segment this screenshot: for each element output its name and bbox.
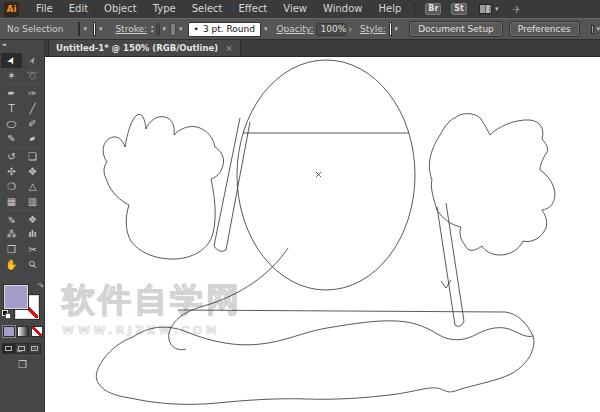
stroke-weight-label[interactable]: Stroke: bbox=[115, 24, 147, 34]
symbol-sprayer-tool[interactable]: ⁂ bbox=[1, 227, 22, 242]
perspective-grid-tool[interactable]: △ bbox=[22, 179, 43, 194]
bridge-button[interactable]: Br bbox=[425, 3, 441, 15]
style-button[interactable]: St bbox=[451, 3, 467, 15]
none-button[interactable] bbox=[31, 326, 43, 337]
tool-divider bbox=[3, 84, 41, 85]
artboard-canvas[interactable]: 软件自学网 WWW.RJZXW.COM bbox=[45, 57, 600, 412]
eraser-tool[interactable]: ▰ bbox=[22, 131, 43, 146]
document-tab-title: Untitled-1* @ 150% (RGB/Outline) bbox=[56, 43, 218, 53]
mesh-tool[interactable]: ▦ bbox=[1, 194, 22, 209]
left-paw-outline bbox=[103, 114, 223, 259]
menu-edit[interactable]: Edit bbox=[61, 0, 96, 18]
right-star-outline bbox=[429, 114, 555, 255]
ellipse-tool[interactable]: ○ bbox=[1, 116, 22, 131]
selection-tool[interactable]: ➤ bbox=[1, 53, 22, 68]
draw-behind-mode[interactable] bbox=[15, 343, 28, 354]
opacity-field[interactable]: 100% bbox=[316, 23, 346, 36]
width-tool[interactable]: ✣ bbox=[1, 164, 22, 179]
panels-icon[interactable] bbox=[591, 25, 594, 34]
graphic-style-swatch[interactable] bbox=[389, 22, 392, 36]
draw-normal-mode[interactable] bbox=[2, 343, 15, 354]
gradient-button[interactable] bbox=[17, 326, 29, 337]
chevron-down-icon: ▾ bbox=[495, 5, 499, 13]
stroke-weight-stepper[interactable]: ▴ ▾ bbox=[151, 24, 154, 34]
chevron-down-icon[interactable]: ▾ bbox=[395, 25, 399, 33]
blob-brush-tool[interactable]: ✑ bbox=[22, 86, 43, 101]
color-mode-buttons bbox=[3, 326, 43, 337]
color-button[interactable] bbox=[3, 326, 15, 337]
shape-builder-icon: ❍ bbox=[7, 181, 16, 192]
document-setup-button[interactable]: Document Setup bbox=[409, 21, 503, 37]
collapse-panel-icon[interactable]: ◂◂ bbox=[2, 41, 5, 47]
free-transform-icon: ✥ bbox=[28, 166, 36, 177]
chevron-down-icon[interactable]: ▾ bbox=[99, 25, 103, 33]
slice-tool[interactable]: ✂ bbox=[22, 242, 43, 257]
pen-tool[interactable]: ✒ bbox=[1, 86, 22, 101]
chevron-down-icon[interactable]: ▾ bbox=[179, 25, 183, 33]
menu-view[interactable]: View bbox=[275, 0, 315, 18]
scale-tool[interactable]: ❏ bbox=[22, 149, 43, 164]
chevron-down-icon[interactable]: ▾ bbox=[163, 25, 167, 33]
tool-divider bbox=[3, 147, 41, 148]
zoom-tool[interactable]: ⚲ bbox=[22, 257, 43, 272]
screen-mode-button[interactable]: ❐ bbox=[0, 359, 45, 370]
close-icon[interactable]: × bbox=[225, 43, 233, 53]
stroke-weight-field[interactable] bbox=[156, 23, 160, 36]
brush-definition-dropdown[interactable]: • 3 pt. Round bbox=[188, 22, 261, 37]
artboard-tool[interactable]: ❐ bbox=[1, 242, 22, 257]
tool-grid: ➤ ➢ ✶ ➰ ✒ ✑ T ╱ ○ ✐ ✎ ▰ ↺ ❏ ✣ ✥ ❍ △ ▦ ▥ … bbox=[0, 53, 44, 272]
menu-help[interactable]: Help bbox=[370, 0, 409, 18]
rotate-tool[interactable]: ↺ bbox=[1, 149, 22, 164]
fill-color-swatch[interactable] bbox=[78, 22, 81, 36]
menu-select[interactable]: Select bbox=[184, 0, 231, 18]
cs-live-icon[interactable]: ✈ bbox=[512, 4, 520, 15]
swap-fill-stroke-icon[interactable]: ↷ bbox=[37, 282, 44, 291]
paintbrush-tool[interactable]: ✐ bbox=[22, 116, 43, 131]
variable-width-profile-dropdown[interactable] bbox=[170, 23, 176, 36]
menu-window[interactable]: Window bbox=[315, 0, 370, 18]
fill-swatch[interactable] bbox=[4, 285, 28, 309]
pencil-tool[interactable]: ✎ bbox=[1, 131, 22, 146]
column-graph-tool[interactable]: ılı bbox=[22, 227, 43, 242]
chevron-down-icon[interactable]: ▾ bbox=[264, 25, 268, 33]
menu-file[interactable]: File bbox=[28, 0, 61, 18]
chevron-right-icon[interactable]: › bbox=[348, 24, 352, 34]
pencil-icon: ✎ bbox=[7, 133, 15, 144]
chevron-down-icon[interactable]: ▾ bbox=[83, 25, 87, 33]
gradient-tool[interactable]: ▥ bbox=[22, 194, 43, 209]
menu-type[interactable]: Type bbox=[145, 0, 184, 18]
chevron-down-icon[interactable]: ▾ bbox=[597, 25, 600, 33]
hand-tool[interactable]: ✋ bbox=[1, 257, 22, 272]
line-segment-tool[interactable]: ╱ bbox=[22, 101, 43, 116]
fill-stroke-swatches: ↷ bbox=[0, 284, 45, 322]
style-label[interactable]: Style: bbox=[360, 24, 386, 34]
menu-object[interactable]: Object bbox=[96, 0, 145, 18]
lasso-tool[interactable]: ➰ bbox=[22, 68, 43, 83]
workspace-switcher-icon[interactable] bbox=[479, 4, 492, 14]
stepper-down-icon[interactable]: ▾ bbox=[151, 29, 154, 34]
menu-bar: Ai File Edit Object Type Select Effect V… bbox=[0, 0, 600, 18]
brush-definition-value: 3 pt. Round bbox=[203, 24, 255, 34]
magic-wand-tool[interactable]: ✶ bbox=[1, 68, 22, 83]
menu-effect[interactable]: Effect bbox=[231, 0, 276, 18]
eyedropper-tool[interactable]: ✎ bbox=[1, 212, 22, 227]
document-tab[interactable]: Untitled-1* @ 150% (RGB/Outline) × bbox=[48, 40, 241, 56]
type-tool[interactable]: T bbox=[1, 101, 22, 116]
control-bar: No Selection ▾ ▾ Stroke: ▴ ▾ ▾ ▾ • 3 pt.… bbox=[0, 18, 600, 40]
app-logo: Ai bbox=[4, 2, 19, 17]
gradient-icon: ▥ bbox=[28, 196, 37, 207]
free-transform-tool[interactable]: ✥ bbox=[22, 164, 43, 179]
direct-selection-tool[interactable]: ➢ bbox=[22, 53, 43, 68]
stroke-color-swatch[interactable] bbox=[93, 22, 96, 36]
draw-inside-mode[interactable] bbox=[28, 343, 41, 354]
blend-tool[interactable]: ❖ bbox=[22, 212, 43, 227]
shape-builder-tool[interactable]: ❍ bbox=[1, 179, 22, 194]
default-fill-stroke-icon[interactable] bbox=[2, 310, 12, 320]
egg-outline bbox=[237, 60, 415, 290]
pedestal-top-line bbox=[178, 310, 533, 336]
opacity-label[interactable]: Opacity: bbox=[276, 24, 313, 34]
hand-icon: ✋ bbox=[5, 259, 17, 270]
symbol-sprayer-icon: ⁂ bbox=[7, 229, 17, 240]
menu-divider bbox=[414, 3, 415, 15]
preferences-button[interactable]: Preferences bbox=[509, 21, 580, 37]
